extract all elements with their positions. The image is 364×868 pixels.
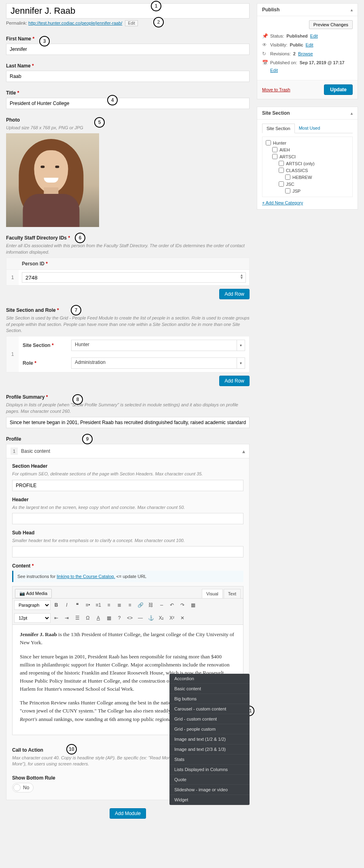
bullet-list-icon[interactable]: ≡• [83,600,93,610]
align-center-icon[interactable]: ≣ [114,600,124,610]
module-menu-item[interactable]: Quote [169,775,250,785]
title-input[interactable] [6,98,250,109]
site-section-select[interactable]: Hunter▼ [71,340,245,351]
undo-icon[interactable]: ↶ [167,600,177,610]
sub-icon[interactable]: X₂ [157,613,166,623]
subhead-input[interactable] [12,546,243,557]
link-icon[interactable]: 🔗 [135,600,145,610]
content-label: Content * [12,563,243,569]
justify-icon[interactable]: ☰ [72,613,82,623]
module-menu-item[interactable]: Slideshow - image or video [169,785,250,795]
category-item[interactable]: ARTSCI (only) [266,160,349,167]
section-header-input[interactable] [12,480,243,491]
title-label: Title * [6,90,250,96]
toolbar-toggle-icon[interactable]: ▦ [188,600,198,610]
number-list-icon[interactable]: ≡1 [93,600,103,610]
table-icon[interactable]: ▦ [104,613,114,623]
header-input[interactable] [12,513,243,524]
paragraph-select[interactable]: Paragraph [14,600,51,610]
redo-icon[interactable]: ↷ [178,600,187,610]
category-checkbox[interactable] [266,140,271,145]
tab-site-section[interactable]: Site Section [262,124,295,133]
category-item[interactable]: JSP [266,187,349,194]
catalog-link[interactable]: linking to the Course Catalog. [57,574,115,579]
module-menu-item[interactable]: Accordion [169,674,250,684]
permalink-url[interactable]: http://test.hunter.codiac.co/people/jenn… [28,21,122,25]
add-row-button[interactable]: Add Row [219,289,250,299]
category-item[interactable]: JSC [266,181,349,187]
category-checkbox[interactable] [279,181,284,187]
revisions-browse-link[interactable]: Browse [298,51,313,56]
post-title-input[interactable] [6,3,250,19]
role-select[interactable]: Administration▼ [71,357,245,369]
category-item[interactable]: AIEH [266,146,349,153]
module-menu-item[interactable]: Basic content [169,684,250,694]
add-media-button[interactable]: 📷 Add Media [15,589,52,598]
sup-icon[interactable]: X² [167,613,177,623]
text-tab[interactable]: Text [224,589,241,598]
add-new-category-link[interactable]: + Add New Category [262,200,303,205]
collapse-icon[interactable]: ▴ [242,448,245,454]
preview-changes-button[interactable]: Preview Changes [309,20,353,29]
anchor-icon[interactable]: ⚓ [146,613,156,623]
person-id-input[interactable] [22,272,246,283]
module-header[interactable]: 1 Basic content ▴ [6,444,249,458]
readmore-icon[interactable]: ⎼ [157,600,166,610]
specialchar-icon[interactable]: Ω [83,613,93,623]
visibility-edit-link[interactable]: Edit [306,42,313,47]
tab-most-used[interactable]: Most Used [295,124,324,133]
last-name-input[interactable] [6,71,250,82]
align-left-icon[interactable]: ≡ [104,600,114,610]
category-checkbox[interactable] [285,188,290,193]
clearformat-icon[interactable]: ✕ [178,613,187,623]
bold-icon[interactable]: B [51,600,61,610]
module-menu-item[interactable]: Big buttons [169,694,250,704]
module-menu-item[interactable]: Image and text (2/3 & 1/3) [169,744,250,755]
fontsize-select[interactable]: 12pt [14,613,51,623]
add-row-button[interactable]: Add Row [219,376,250,386]
module-menu-item[interactable]: Carousel - custom content [169,704,250,714]
collapse-icon[interactable]: ▴ [351,8,353,12]
status-edit-link[interactable]: Edit [310,34,318,38]
category-checkbox[interactable] [272,147,277,152]
quote-icon[interactable]: ❝ [72,600,82,610]
outdent-icon[interactable]: ⇤ [51,613,61,623]
add-module-button[interactable]: Add Module [110,808,146,819]
category-checkbox[interactable] [272,154,277,159]
module-menu-item[interactable]: Widget [169,795,250,805]
header-label: Header [12,497,243,502]
hr-icon[interactable]: — [135,613,145,623]
category-item[interactable]: HEBREW [266,174,349,181]
category-item[interactable]: ARTSCI [266,153,349,160]
code-icon[interactable]: <> [125,613,135,623]
photo-thumbnail[interactable] [6,133,99,227]
publish-metabox: Publish▴ Preview Changes 📌Status: Publis… [257,3,358,99]
italic-icon[interactable]: I [62,600,72,610]
help-icon[interactable]: ? [114,613,124,623]
section-header-label: Section Header [12,463,243,469]
visual-tab[interactable]: Visual [202,589,223,598]
move-to-trash-link[interactable]: Move to Trash [262,87,290,92]
category-checkbox[interactable] [279,161,284,166]
unlink-icon[interactable]: ⛓ [146,600,156,610]
update-button[interactable]: Update [324,84,353,95]
last-name-label: Last Name * [6,63,250,69]
date-edit-link[interactable]: Edit [270,68,278,73]
revisions-icon: ↻ [262,51,268,57]
bottom-rule-toggle[interactable]: No [12,783,34,792]
module-menu-item[interactable]: Grid - custom content [169,714,250,724]
textcolor-icon[interactable]: A [93,613,103,623]
category-checkbox[interactable] [279,168,284,173]
category-item[interactable]: Hunter [266,139,349,146]
category-item[interactable]: CLASSICS [266,167,349,174]
category-checkbox[interactable] [285,174,290,180]
permalink-edit-button[interactable]: Edit [125,20,138,26]
indent-icon[interactable]: ⇥ [62,613,72,623]
module-menu-item[interactable]: Image and text (1/2 & 1/2) [169,734,250,744]
module-menu-item[interactable]: Grid - people custom [169,724,250,734]
module-menu-item[interactable]: Lists Displayed in Columns [169,765,250,775]
module-menu-item[interactable]: Stats [169,755,250,765]
summary-input[interactable] [6,417,250,428]
collapse-icon[interactable]: ▴ [351,111,353,116]
align-right-icon[interactable]: ≡ [125,600,135,610]
